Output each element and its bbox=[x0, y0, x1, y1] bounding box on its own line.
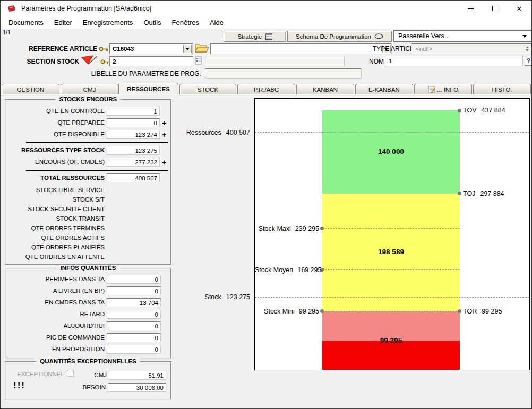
schema-de-programmation-button[interactable]: Schema De Programmation bbox=[287, 31, 392, 42]
exceptionnel-checkbox[interactable] bbox=[67, 370, 74, 377]
tab-e-kanban[interactable]: E-KANBAN bbox=[355, 84, 413, 94]
ressources-dashed-line bbox=[255, 132, 529, 133]
ref-name: Stock Mini bbox=[264, 308, 295, 315]
ref-value: 123 275 bbox=[226, 293, 250, 301]
stock-reference-label: Stock123 275 bbox=[149, 293, 250, 301]
encours-of-cmdes-field[interactable]: 277 232 bbox=[107, 158, 160, 167]
tab-kanban[interactable]: KANBAN bbox=[296, 84, 354, 94]
minimize-icon bbox=[468, 8, 474, 8]
stock-levels-chart: 140 000 198 589 99 295 TOV437 884 TOJ297… bbox=[254, 98, 530, 370]
stock-maxi-marker-dot bbox=[320, 227, 324, 230]
ref-name: Stock Maxi bbox=[259, 225, 291, 232]
spinner-icon[interactable] bbox=[524, 45, 530, 53]
infos-quantites-title: INFOS QUANTITÉS bbox=[57, 265, 120, 271]
close-button[interactable]: ✕ bbox=[507, 1, 531, 16]
separator bbox=[26, 142, 168, 143]
besoin-label: BESOIN bbox=[75, 384, 106, 390]
tab-label: KANBAN bbox=[313, 86, 338, 93]
reference-article-dropdown-button[interactable] bbox=[183, 45, 192, 53]
retard-field[interactable]: 0 bbox=[107, 310, 161, 319]
field-label: AUJOURD'HUI bbox=[6, 323, 105, 329]
en-proposition-field[interactable]: 0 bbox=[107, 345, 161, 354]
field-label: PIC DE COMMANDE bbox=[6, 334, 105, 341]
menu-aide[interactable]: Aide bbox=[204, 18, 229, 28]
tab-histo[interactable]: HISTO. bbox=[473, 84, 531, 94]
menu-documents[interactable]: Documents bbox=[3, 18, 49, 28]
marker-name: TOR bbox=[463, 308, 477, 315]
tab-pr-abc[interactable]: P.R./ABC bbox=[237, 84, 295, 94]
calendar-icon bbox=[265, 33, 272, 40]
libelle-parametre-field[interactable] bbox=[205, 68, 362, 79]
type-article-field[interactable]: <null> bbox=[411, 43, 531, 54]
ref-value: 400 507 bbox=[226, 129, 250, 136]
field-label: QTE ORDRES TERMINÉS bbox=[6, 225, 105, 231]
tabbar: GESTION CMJ RESSOURCES STOCK P.R./ABC KA… bbox=[1, 83, 531, 94]
marker-name: TOV bbox=[463, 107, 476, 114]
tab-label: HISTO. bbox=[492, 86, 512, 93]
infos-quantites-groupbox: INFOS QUANTITÉS PERIMEES DANS TA 0 A LIV… bbox=[5, 268, 171, 359]
tab-info[interactable]: ... INFO bbox=[414, 84, 472, 94]
field-label: ENCOURS (OF, CMDES) bbox=[6, 159, 105, 165]
tab-label: CMJ bbox=[83, 86, 96, 93]
perimees-dans-ta-field[interactable]: 0 bbox=[107, 275, 161, 284]
qte-en-controle-field[interactable]: 1 bbox=[107, 107, 160, 116]
close-icon: ✕ bbox=[517, 5, 522, 12]
cmj-field[interactable]: 51,91 bbox=[108, 371, 166, 380]
warning-exclamation: !!! bbox=[13, 380, 25, 391]
total-ressources-field[interactable]: 400 507 bbox=[107, 173, 160, 182]
nom-value: 1 bbox=[389, 58, 392, 64]
minimize-button[interactable] bbox=[458, 1, 483, 16]
pic-de-commande-field[interactable]: 0 bbox=[107, 333, 161, 342]
qte-preparee-field[interactable]: 0 bbox=[107, 118, 160, 127]
passerelle-vers-dropdown[interactable]: Passerelle Vers... bbox=[393, 30, 531, 42]
reference-article-combo[interactable]: C16043 bbox=[109, 43, 193, 54]
field-label: STOCK TRANSIT bbox=[6, 215, 105, 222]
besoin-field[interactable]: 30 006,00 bbox=[108, 383, 166, 392]
menu-enregistrements[interactable]: Enregistrements bbox=[78, 18, 139, 28]
stocks-encours-title: STOCKS ENCOURS bbox=[56, 96, 121, 102]
nom-field[interactable]: 1 bbox=[384, 56, 523, 66]
tab-cmj[interactable]: CMJ bbox=[61, 84, 118, 94]
exceptionnel-label: EXCEPTIONNEL bbox=[6, 371, 64, 377]
window-title: Paramètres de Programmation [SA/ad6nico] bbox=[21, 5, 151, 12]
ref-name: Ressources bbox=[186, 129, 221, 136]
section-libelle-field[interactable] bbox=[204, 57, 345, 66]
stock-mini-label: Stock Mini99 295 bbox=[255, 308, 319, 315]
separator bbox=[26, 170, 168, 171]
tab-ressources[interactable]: RESSOURCES bbox=[118, 83, 178, 94]
marker-value: 99 295 bbox=[482, 308, 502, 315]
menu-editer[interactable]: Editer bbox=[49, 18, 78, 28]
tov-marker-dot bbox=[458, 109, 461, 112]
stock-maxi-dashed-line bbox=[322, 228, 460, 229]
ref-value: 99 295 bbox=[299, 308, 319, 315]
plus-icon[interactable]: + bbox=[162, 159, 166, 166]
field-label: EN CMDES DANS TA bbox=[6, 299, 105, 306]
ref-value: 169 295 bbox=[297, 266, 321, 274]
section-stock-field[interactable]: 2 bbox=[109, 56, 193, 66]
stock-dashed-line bbox=[255, 297, 529, 298]
titlebar: Paramètres de Programmation [SA/ad6nico]… bbox=[1, 1, 531, 16]
chevron-down-icon bbox=[522, 35, 527, 38]
toj-marker-dot bbox=[458, 192, 461, 195]
strategie-button[interactable]: Strategie bbox=[224, 31, 286, 42]
article-libelle-combo[interactable] bbox=[210, 43, 392, 54]
menu-outils[interactable]: Outils bbox=[138, 18, 166, 28]
tov-label: TOV437 884 bbox=[463, 107, 505, 114]
plus-icon[interactable]: + bbox=[162, 119, 166, 127]
window-controls: ✕ bbox=[458, 1, 531, 16]
yellow-zone-value: 198 589 bbox=[322, 248, 460, 256]
tab-stock[interactable]: STOCK bbox=[179, 84, 236, 94]
tab-label: E-KANBAN bbox=[368, 86, 400, 93]
help-button[interactable]: ? bbox=[525, 56, 532, 66]
stock-moyen-dashed-line bbox=[322, 269, 460, 270]
quantites-exceptionnelles-title: QUANTITÉS EXCEPTIONNELLES bbox=[36, 358, 140, 364]
maximize-button[interactable] bbox=[483, 1, 507, 16]
ressources-type-stock-field[interactable]: 123 275 bbox=[107, 146, 160, 155]
passerelle-vers-value: Passerelle Vers... bbox=[398, 32, 450, 40]
stock-mini-marker-dot bbox=[320, 309, 324, 313]
menu-fenetres[interactable]: Fenêtres bbox=[167, 18, 204, 28]
tab-gestion[interactable]: GESTION bbox=[2, 84, 59, 94]
field-label: QTE DISPONIBLE bbox=[6, 131, 105, 137]
tab-label: GESTION bbox=[17, 86, 45, 93]
aujourdhui-field[interactable]: 0 bbox=[107, 321, 161, 330]
